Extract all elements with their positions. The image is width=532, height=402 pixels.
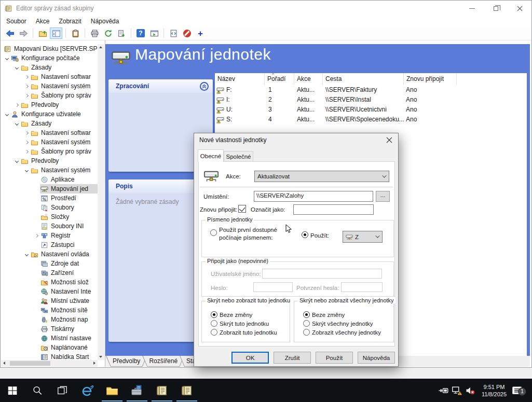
tree-item-mo-nosti-nap[interactable]: Možnosti nap: [1, 315, 98, 324]
close-button[interactable]: [508, 1, 531, 16]
drive-map-row-U[interactable]: U:3Aktu...\\SERVER\UcetnictvniAno: [215, 105, 527, 115]
column-header-po-ad-[interactable]: Pořadí: [265, 73, 294, 85]
tree-item-ablony-pro-spr-v[interactable]: Šablony pro správ: [1, 91, 98, 100]
tree-item-mapov-n-jed[interactable]: Mapování jed: [1, 184, 98, 193]
drive-map-row-F[interactable]: F:1Aktu...\\SERVER\FakturyAno: [215, 85, 527, 95]
chevron-expanded-icon[interactable]: [13, 66, 20, 69]
location-input[interactable]: \\SERVER\Zalohy: [254, 191, 373, 202]
mark-input[interactable]: [293, 204, 374, 215]
tree-item-mapovani-disku-server-sp[interactable]: Mapovani Disku [SERVER.SP: [1, 44, 98, 53]
tree-item-registr[interactable]: Registr: [1, 231, 98, 240]
title-bar[interactable]: Editor správy zásad skupiny: [1, 1, 531, 16]
password-input[interactable]: [253, 282, 293, 292]
menu-akce[interactable]: Akce: [31, 17, 54, 26]
use-letter-radio[interactable]: [302, 231, 308, 238]
tree-item-nastaven-syst-m[interactable]: Nastavení systém: [1, 81, 98, 91]
tree-item-soubory[interactable]: Soubory: [1, 203, 98, 212]
tree-item-nastaven-softwar[interactable]: Nastavení softwar: [1, 128, 98, 137]
ok-button[interactable]: OK: [231, 352, 269, 364]
back-icon[interactable]: [4, 27, 16, 39]
view-tab-p-edvolby[interactable]: Předvolby: [106, 356, 147, 367]
tree-item-soubory-ini[interactable]: Soubory INI: [1, 221, 98, 231]
tree-item-ablony-pro-spr-v[interactable]: Šablony pro správ: [1, 147, 98, 156]
drive-letter-dropdown[interactable]: Z: [343, 231, 383, 243]
export-icon[interactable]: [115, 27, 128, 39]
tree-item-prost-ed[interactable]: Prostředí: [1, 193, 98, 203]
menu-zobrazit[interactable]: Zobrazit: [54, 17, 86, 26]
apply-button[interactable]: Použít: [316, 352, 353, 364]
chevron-expanded-icon[interactable]: [13, 122, 20, 125]
toggle-tree-icon[interactable]: [50, 27, 62, 39]
hide-this-radio-2[interactable]: [211, 329, 217, 336]
taskbar-search-button[interactable]: [25, 379, 50, 402]
network-warning-tray-icon[interactable]: [450, 385, 463, 396]
tree-item-z-stupci[interactable]: Zástupci: [1, 240, 98, 249]
chevron-collapsed-icon[interactable]: [33, 234, 40, 237]
tree-item-p-edvolby[interactable]: Předvolby: [1, 100, 98, 109]
tree-vertical-scrollbar[interactable]: [98, 44, 104, 360]
tree-item-zdroje-dat[interactable]: Zdroje dat: [1, 259, 98, 268]
chevron-collapsed-icon[interactable]: [23, 150, 30, 153]
tree-item-slo-ky[interactable]: Složky: [1, 212, 98, 221]
up-folder-icon[interactable]: [36, 27, 49, 39]
hide-this-radio-0[interactable]: [211, 311, 217, 318]
chevron-collapsed-icon[interactable]: [23, 141, 30, 144]
refresh-icon[interactable]: [102, 27, 114, 39]
chevron-expanded-icon[interactable]: [13, 160, 20, 162]
tree-item-nastaven-syst-m[interactable]: Nastavení systém: [1, 165, 98, 175]
tree-item-z-sady[interactable]: Zásady: [1, 63, 98, 72]
chevron-collapsed-icon[interactable]: [23, 85, 30, 88]
tab-spolecne[interactable]: Společné: [224, 151, 253, 162]
show-window-icon[interactable]: [148, 27, 160, 39]
print-icon[interactable]: [88, 27, 101, 39]
reconnect-checkbox[interactable]: [238, 205, 246, 213]
column-header-cesta[interactable]: Cesta: [323, 73, 404, 85]
menu-npovda[interactable]: Nápověda: [86, 17, 124, 26]
clock[interactable]: 9:51 PM 11/8/2025: [478, 383, 510, 398]
forward-icon[interactable]: [17, 27, 30, 39]
chevron-collapsed-icon[interactable]: [23, 94, 30, 97]
tree-item-napl-novan[interactable]: Naplánované: [1, 343, 98, 352]
help-icon[interactable]: ?: [134, 27, 147, 39]
volume-muted-tray-icon[interactable]: [463, 385, 477, 396]
column-header-znovu-p-ipojit[interactable]: Znovu připojit: [404, 73, 457, 85]
column-header-akce[interactable]: Akce: [294, 73, 323, 85]
tree-item-za-zen[interactable]: Zařízení: [1, 268, 98, 278]
help-button[interactable]: Nápověda: [358, 352, 395, 364]
drive-map-row-I[interactable]: I:2Aktu...\\SERVER\InstalAno: [215, 95, 527, 105]
chevron-expanded-icon[interactable]: [23, 169, 30, 172]
tree-item-nab-dka-start[interactable]: Nabídka Start: [1, 352, 98, 360]
taskbar-servermgr-button[interactable]: [125, 379, 149, 402]
action-dropdown[interactable]: Aktualizovat: [254, 171, 389, 182]
power-tray-icon[interactable]: [436, 385, 450, 396]
taskbar-explorer-button[interactable]: [100, 379, 125, 402]
tab-obecne[interactable]: Obecné: [198, 149, 224, 162]
taskbar-win-button[interactable]: [0, 379, 25, 402]
tree-horizontal-scrollbar[interactable]: [1, 360, 98, 367]
chevron-collapsed-icon[interactable]: [23, 76, 30, 78]
minimize-button[interactable]: [460, 1, 484, 16]
menu-soubor[interactable]: Soubor: [2, 17, 31, 26]
scrollbar-thumb[interactable]: [10, 361, 50, 366]
tree-item-p-edvolby[interactable]: Předvolby: [1, 156, 98, 165]
tree-item-mo-nosti-slo[interactable]: Možnosti slož: [1, 278, 98, 287]
restore-button[interactable]: [484, 1, 508, 16]
tree-item-z-sady[interactable]: Zásady: [1, 119, 98, 128]
dialog-close-button[interactable]: [380, 133, 398, 147]
taskbar-ie-button[interactable]: [75, 379, 100, 402]
hide-all-radio-0[interactable]: [303, 311, 310, 318]
action-center-button[interactable]: 1: [510, 384, 528, 397]
add-icon[interactable]: +: [194, 27, 207, 39]
tree-item-nastaven-inte[interactable]: Nastavení Inte: [1, 287, 98, 296]
chevron-expanded-icon[interactable]: [3, 113, 10, 116]
tree-item-m-stn-u-ivate[interactable]: Místní uživate: [1, 296, 98, 306]
hide-all-radio-1[interactable]: [303, 320, 310, 327]
tree-item-m-stn-nastave[interactable]: Místní nastave: [1, 334, 98, 343]
tree-item-konfigurace-u-ivatele[interactable]: Konfigurace uživatele: [1, 109, 98, 119]
chevron-expanded-icon[interactable]: [23, 253, 30, 256]
taskbar-taskview-button[interactable]: [50, 379, 75, 402]
drive-map-row-S[interactable]: S:4Aktu...\\SERVER\Spolecenedoku...Ano: [215, 115, 527, 124]
view-tab-roz-en-[interactable]: Rozšířené: [142, 356, 184, 367]
tree-item-nastaven-ovl-da[interactable]: Nastavení ovláda: [1, 249, 98, 259]
confirm-password-input[interactable]: [341, 282, 383, 292]
